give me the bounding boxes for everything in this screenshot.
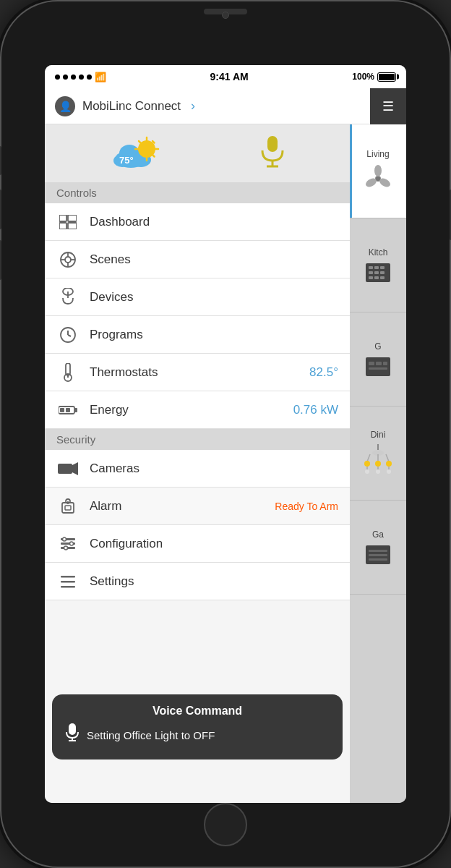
svg-line-11 (153, 141, 155, 143)
room-item-living[interactable]: Living (350, 124, 406, 218)
voice-mic-icon (65, 723, 80, 746)
svg-rect-75 (369, 367, 387, 370)
scenes-icon (56, 248, 80, 271)
camera (222, 12, 229, 19)
voice-command-title: Voice Command (65, 705, 330, 718)
volume-down-button[interactable] (0, 240, 1, 280)
battery-area: 100% (352, 72, 396, 82)
weather-bar: 75° (45, 124, 350, 182)
svg-line-9 (139, 141, 141, 143)
menu-item-devices[interactable]: Devices (45, 278, 350, 316)
svg-rect-37 (66, 408, 70, 412)
battery-fill (379, 74, 395, 80)
room-item-dining[interactable]: Dini (350, 407, 406, 501)
svg-rect-16 (59, 215, 66, 221)
menu-item-cameras[interactable]: Cameras (45, 450, 350, 488)
phone-frame: 📶 9:41 AM 100% 👤 MobiLinc Connect › ☰ (0, 0, 451, 868)
chandelier-icon (363, 444, 393, 477)
devices-label: Devices (90, 290, 338, 305)
garage-icon (364, 356, 392, 378)
svg-rect-40 (62, 503, 74, 513)
signal-dot-3 (71, 75, 76, 80)
svg-point-88 (376, 469, 380, 474)
svg-rect-35 (74, 408, 77, 412)
energy-icon (56, 399, 80, 422)
kitchen-icon (364, 262, 392, 284)
svg-rect-72 (369, 362, 374, 365)
avatar: 👤 (55, 96, 75, 116)
svg-point-87 (365, 469, 369, 474)
menu-item-scenes[interactable]: Scenes (45, 241, 350, 278)
menu-item-programs[interactable]: Programs (45, 316, 350, 354)
svg-point-83 (386, 461, 392, 467)
menu-item-thermostats[interactable]: Thermostats 82.5° (45, 354, 350, 391)
status-time: 9:41 AM (210, 71, 249, 82)
voice-command-overlay: Voice Command Setting Office Light to OF… (52, 694, 343, 760)
menu-item-settings[interactable]: Settings (45, 563, 350, 600)
svg-rect-93 (369, 558, 387, 561)
menu-toggle-button[interactable]: ☰ (370, 88, 406, 124)
svg-point-82 (375, 461, 381, 467)
room-item-kitchen[interactable]: Kitch (350, 218, 406, 312)
energy-label: Energy (90, 403, 293, 417)
room-item-garage2[interactable]: Ga (350, 501, 406, 595)
main-content: 75° (45, 124, 406, 803)
battery-percentage: 100% (352, 72, 374, 82)
mute-button[interactable] (0, 146, 1, 175)
menu-item-dashboard[interactable]: Dashboard (45, 203, 350, 241)
svg-rect-68 (369, 276, 373, 279)
room-item-garage[interactable]: G (350, 312, 406, 407)
svg-rect-67 (380, 271, 385, 274)
battery-icon (377, 72, 396, 82)
signal-dot-1 (55, 75, 60, 80)
room-label-garage2: Ga (369, 529, 387, 540)
menu-item-configuration[interactable]: Configuration (45, 525, 350, 563)
svg-point-89 (387, 469, 391, 474)
svg-rect-70 (380, 276, 385, 279)
avatar-icon: 👤 (59, 101, 72, 112)
svg-rect-91 (369, 550, 387, 552)
svg-point-47 (63, 537, 66, 541)
rooms-panel: Living Kitch (350, 124, 406, 803)
status-bar: 📶 9:41 AM 100% (45, 65, 406, 88)
svg-line-10 (153, 155, 155, 157)
mic-svg (259, 135, 285, 169)
configuration-label: Configuration (90, 537, 338, 551)
svg-rect-65 (369, 271, 373, 274)
app-title: MobiLinc Connect (82, 99, 181, 114)
settings-icon (56, 570, 80, 593)
menu-panel: 75° (45, 124, 350, 803)
thermostats-icon (56, 361, 80, 384)
svg-rect-13 (267, 136, 278, 152)
header-left[interactable]: 👤 MobiLinc Connect › (45, 96, 370, 116)
chevron-right-icon[interactable]: › (191, 98, 195, 114)
svg-rect-63 (374, 266, 379, 269)
cloud-svg: 75° (109, 135, 160, 169)
room-label-garage: G (371, 341, 384, 352)
signal-dot-2 (63, 75, 68, 80)
configuration-icon (56, 532, 80, 556)
programs-label: Programs (90, 328, 338, 342)
hamburger-icon: ☰ (382, 98, 394, 114)
weather-widget: 75° (109, 135, 160, 172)
voice-command-content: Setting Office Light to OFF (65, 723, 330, 746)
svg-point-60 (376, 176, 380, 181)
svg-rect-19 (68, 223, 77, 229)
volume-up-button[interactable] (0, 190, 1, 229)
dashboard-label: Dashboard (90, 215, 338, 229)
menu-item-energy[interactable]: Energy 0.76 kW (45, 391, 350, 429)
home-button[interactable] (204, 803, 247, 846)
menu-item-alarm[interactable]: Alarm Ready To Arm (45, 488, 350, 525)
app-header: 👤 MobiLinc Connect › ☰ (45, 88, 406, 124)
wifi-icon: 📶 (95, 72, 106, 82)
fan-icon (363, 163, 393, 194)
svg-marker-39 (72, 462, 78, 475)
svg-rect-53 (69, 723, 76, 735)
settings-label: Settings (90, 574, 338, 589)
svg-point-48 (70, 542, 74, 545)
signal-dot-4 (79, 75, 84, 80)
voice-button[interactable] (259, 135, 285, 172)
signal-area: 📶 (55, 72, 106, 82)
alarm-value: Ready To Arm (275, 501, 338, 512)
svg-point-21 (65, 257, 71, 263)
